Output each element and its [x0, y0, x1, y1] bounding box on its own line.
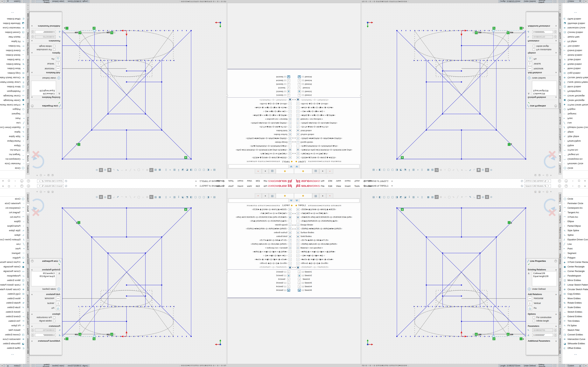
- tool-item[interactable]: ↔ Stretch Entities: [0, 310, 25, 314]
- relation-badge[interactable]: [78, 143, 80, 146]
- collapse-icon[interactable]: ∧: [31, 72, 33, 74]
- feature-manager-tab[interactable]: ⌖: [319, 169, 326, 174]
- tree-item[interactable]: ⌖○ИN◦ɘ⊙◦♟◎○◎○◎♟◦⊙ɘ◦ИN○: [294, 261, 361, 265]
- pin-icon[interactable]: ⚲: [364, 180, 365, 183]
- tree-sketch-item[interactable]: ▦(-)Sketch6: [294, 288, 361, 292]
- more-tools-chevron-icon[interactable]: ⌄⌄: [0, 12, 25, 14]
- command-manager-tab[interactable]: MBD Dimensions: [559, 337, 562, 355]
- tree-sketch-item[interactable]: ▦(-)Sketch2: [294, 274, 361, 277]
- command-manager-tab[interactable]: Mold Tools: [26, 280, 29, 292]
- tree-item[interactable]: ▱○♣ИN◎♟+○∗◉Ι○◎○Ι◉∗○+♟◎ИN♣○: [294, 113, 361, 117]
- tool-item[interactable]: ◜ Sketch Fillet: [0, 35, 25, 39]
- feature-manager-tab[interactable]: ❖: [294, 193, 312, 198]
- tree-item[interactable]: ▱○·◎♣○∗◉Ι○◎○Ι◉∗○♣◎·○: [294, 254, 361, 258]
- option-row[interactable]: For construction: [526, 48, 558, 51]
- tree-item[interactable]: ▶▆○253ƐИNАΠ·○◎○·ΠАИN3Ɛ25○: [227, 265, 294, 269]
- expand-arrow-icon[interactable]: ▶: [294, 98, 296, 101]
- tool-item[interactable]: ◳ Convert Entities: [0, 30, 25, 35]
- add-relation-button[interactable]: ❘ Vertical: [30, 301, 62, 306]
- relation-entry[interactable]: Equal length109: [533, 89, 556, 92]
- length-field[interactable]: 10.88152731: [35, 328, 56, 332]
- command-manager-tab[interactable]: Weldments: [559, 266, 562, 279]
- tool-item[interactable]: ⌒ Tangent Arc: [0, 152, 25, 157]
- options-header[interactable]: Options∧: [526, 51, 558, 55]
- solidworks-corner-icon[interactable]: ◈: [584, 0, 588, 3]
- confirm-check-icon[interactable]: ✓: [30, 101, 62, 104]
- tool-item[interactable]: ○ Ellipse: [0, 219, 25, 224]
- existing-relations-header[interactable]: Existing Relations∧: [30, 268, 62, 271]
- menu-item[interactable]: Tools: [226, 185, 235, 187]
- command-manager-tab[interactable]: Features: [26, 164, 29, 175]
- tool-item[interactable]: ∿ Style Spline: [0, 134, 25, 139]
- panel-help-icon[interactable]: ?: [31, 105, 34, 107]
- command-manager-tab[interactable]: MBD Dimensions: [559, 12, 562, 30]
- tool-item[interactable]: ∿ Fit Spline: [0, 323, 25, 328]
- confirmation-corner[interactable]: [545, 200, 556, 216]
- search-box[interactable]: ▾: [524, 179, 551, 183]
- menu-item[interactable]: View: [245, 185, 254, 187]
- tree-item[interactable]: ◆Solid Bodies: [227, 129, 294, 133]
- tool-item[interactable]: ⊛ Circular Sketch Pattern: [563, 287, 588, 292]
- tree-item[interactable]: ◆Solid Bodies: [227, 234, 294, 238]
- command-manager-tab[interactable]: MBD Dimensions: [26, 337, 29, 355]
- tree-item[interactable]: ▶▆○253ƐИNАΠ·○◎○·ΠАИN3Ɛ25○: [227, 98, 294, 102]
- relation-badge[interactable]: [66, 27, 68, 30]
- pin-icon[interactable]: ⚲: [223, 184, 224, 187]
- relation-entry[interactable]: Equal length109: [533, 275, 556, 278]
- existing-relations-header[interactable]: Existing Relations∧: [526, 268, 558, 271]
- tool-item[interactable]: ◪ Silhouette Entities: [0, 21, 25, 26]
- tool-item[interactable]: ∿ Style Spline: [0, 228, 25, 233]
- command-manager-tab[interactable]: Direct Editing: [559, 225, 562, 240]
- panel-splitter[interactable]: [226, 3, 227, 179]
- account-button[interactable]: ☺: [557, 184, 562, 188]
- tree-item[interactable]: ☰Material < not specified >: [227, 246, 294, 250]
- tool-item[interactable]: ⊏ Offset Entities: [0, 17, 25, 21]
- tree-splitter[interactable]: [294, 69, 361, 70]
- options-header[interactable]: Options∧: [30, 312, 62, 316]
- feature-manager-tab[interactable]: ⌖: [262, 193, 269, 198]
- selected-endpoint-handle[interactable]: [493, 30, 494, 32]
- option-row[interactable]: Infinite length: [526, 44, 558, 48]
- tool-item[interactable]: ≋ Intersection Curve: [563, 337, 588, 342]
- tree-item[interactable]: ★○253Ɛ♣◦♟◎ΛА⊕○◎○⊕АΛ◎♟◦♣3Ɛ25○: [294, 208, 361, 211]
- tree-sketch-item[interactable]: ▦(-)Sketch6: [294, 75, 361, 79]
- search-dropdown-icon[interactable]: ▾: [547, 180, 549, 182]
- panel-grip[interactable]: ◦: [294, 188, 361, 193]
- command-manager-tab[interactable]: Markup: [559, 31, 562, 40]
- feature-manager-tab[interactable]: ◔: [255, 193, 262, 198]
- tool-item[interactable]: + Move Entities: [0, 67, 25, 71]
- expand-arrow-icon[interactable]: ▶: [294, 140, 296, 144]
- feature-manager-tab[interactable]: ❖: [276, 169, 294, 174]
- tree-root-item[interactable]: ◆TЯPDL2.◎3Ɛ◎Ш◎◎◎♣◎ƆC◎3Ɛ◎·◎25◎♟◎3Ɛ: [227, 203, 294, 208]
- collapse-icon[interactable]: ∧: [31, 52, 33, 54]
- command-manager-tab[interactable]: Markup: [26, 31, 29, 40]
- add-relation-button[interactable]: — Horizontal: [526, 296, 558, 301]
- account-button[interactable]: ☺: [557, 179, 562, 184]
- menu-item[interactable]: Edit: [254, 180, 262, 183]
- tool-item[interactable]: ⬡ Polygon: [563, 256, 588, 260]
- tree-item[interactable]: ▶▢Design Binder: [227, 223, 294, 227]
- command-manager-tab[interactable]: Mold Tools: [26, 75, 29, 87]
- pin-icon[interactable]: ⚲: [364, 184, 365, 187]
- menu-item[interactable]: File: [262, 185, 269, 187]
- tool-item[interactable]: ∿ Spline: [563, 130, 588, 134]
- tool-item[interactable]: ○ Ellipse: [563, 219, 588, 224]
- existing-relations-header[interactable]: Existing Relations∧: [526, 96, 558, 99]
- tool-item[interactable]: ◠ Centerpoint Arc: [0, 206, 25, 210]
- tree-sketch-item[interactable]: ▦(-)Sketch6: [227, 75, 294, 79]
- tree-item[interactable]: ◆Solid Bodies: [294, 234, 361, 238]
- add-relation-button[interactable]: — Horizontal: [526, 66, 558, 71]
- tool-item[interactable]: ∿ Style Spline: [563, 134, 588, 139]
- relation-entry[interactable]: Collinear108: [32, 272, 55, 275]
- tree-filter-input[interactable]: [299, 165, 359, 168]
- command-manager-tab[interactable]: ⁞: [26, 356, 29, 359]
- menu-item[interactable]: Edit: [326, 180, 334, 183]
- command-manager-tab[interactable]: ⁞: [26, 3, 29, 7]
- expand-arrow-icon[interactable]: ▶: [292, 266, 294, 269]
- tool-item[interactable]: ≋ Intersection Curve: [0, 337, 25, 342]
- tool-item[interactable]: ◫ Mirror Entities: [0, 278, 25, 283]
- add-relation-button[interactable]: — Horizontal: [30, 66, 62, 71]
- tool-item[interactable]: ◫ Mirror Entities: [563, 84, 588, 89]
- tool-item[interactable]: ⊡ Copy Entities: [563, 71, 588, 75]
- angle-spinner[interactable]: ▴▾: [554, 30, 557, 34]
